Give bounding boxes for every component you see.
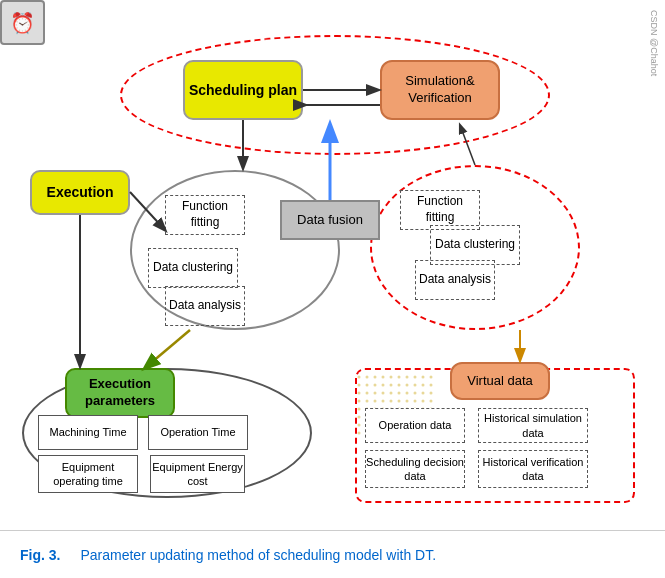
sched-decision-label: Scheduling decision data [366,455,464,484]
caption-text: Parameter updating method of scheduling … [80,547,436,563]
data-anal-right-box: Data analysis [415,260,495,300]
clock-icon-box: ⏰ [0,0,45,45]
data-anal-left-label: Data analysis [169,298,241,314]
data-fusion-label: Data fusion [297,212,363,229]
scheduling-plan-box: Scheduling plan [183,60,303,120]
execution-box: Execution [30,170,130,215]
equip-operating-label: Equipment operating time [39,460,137,489]
data-clust-right-label: Data clustering [435,237,515,253]
execution-label: Execution [47,183,114,201]
hist-verif-label: Historical verification data [479,455,587,484]
operation-data-box: Operation data [365,408,465,443]
virtual-data-label: Virtual data [467,373,533,390]
data-clust-left-box: Data clustering [148,248,238,288]
operation-time-box: Operation Time [148,415,248,450]
machining-time-label: Machining Time [49,425,126,439]
caption-area: Fig. 3. Parameter updating method of sch… [0,530,665,578]
hist-sim-box: Historical simulation data [478,408,588,443]
data-anal-right-label: Data analysis [419,272,491,288]
caption-fig: Fig. 3. [20,547,60,563]
data-anal-left-box: Data analysis [165,286,245,326]
func-fitting-right-label: Function fitting [401,194,479,225]
diagram: Scheduling plan Simulation&Verification … [0,0,665,530]
exec-params-box: Executionparameters [65,368,175,418]
data-fusion-box: Data fusion [280,200,380,240]
func-fitting-right-box: Function fitting [400,190,480,230]
svg-line-7 [145,330,190,368]
func-fitting-left-label: Function fitting [166,199,244,230]
exec-params-label: Executionparameters [85,376,155,410]
equip-energy-label: Equipment Energy cost [151,460,244,489]
simulation-box: Simulation&Verification [380,60,500,120]
hist-sim-label: Historical simulation data [479,411,587,440]
scheduling-plan-label: Scheduling plan [189,81,297,99]
virtual-data-box: Virtual data [450,362,550,400]
machining-time-box: Machining Time [38,415,138,450]
equip-energy-box: Equipment Energy cost [150,455,245,493]
sched-decision-box: Scheduling decision data [365,450,465,488]
clock-icon: ⏰ [10,11,35,35]
hist-verif-box: Historical verification data [478,450,588,488]
equip-operating-box: Equipment operating time [38,455,138,493]
simulation-label: Simulation&Verification [405,73,474,107]
watermark: CSDN @Chahot [649,10,659,76]
data-clust-right-box: Data clustering [430,225,520,265]
operation-time-label: Operation Time [160,425,235,439]
operation-data-label: Operation data [379,418,452,432]
data-clust-left-label: Data clustering [153,260,233,276]
func-fitting-left-box: Function fitting [165,195,245,235]
